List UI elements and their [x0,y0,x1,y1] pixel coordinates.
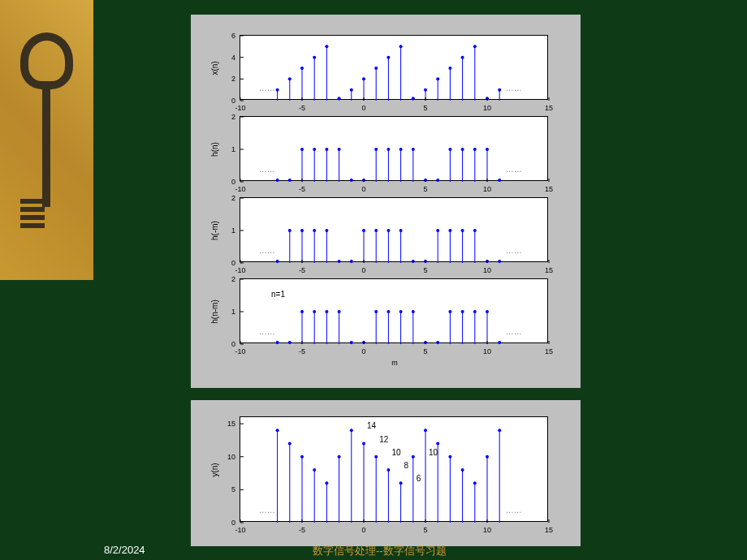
svg-point-90 [448,148,451,151]
svg-point-186 [313,310,316,313]
svg-point-263 [412,455,415,459]
svg-point-180 [276,341,279,344]
svg-point-182 [288,341,291,344]
svg-point-184 [300,310,304,313]
svg-text:……: …… [259,246,275,255]
svg-point-94 [473,148,477,151]
svg-text:1: 1 [231,145,235,153]
svg-text:m: m [391,359,398,367]
svg-text:……: …… [506,246,522,255]
svg-point-1 [276,88,279,92]
svg-point-149 [448,229,451,232]
svg-text:h(n-m): h(n-m) [210,299,219,323]
svg-point-190 [338,310,341,313]
footer-date: 8/2/2024 [104,544,145,556]
svg-point-37 [498,88,501,92]
svg-point-64 [288,179,291,182]
svg-text:1: 1 [231,226,235,235]
axes-h-n-minus-m: -10-5051015012h(n-m)mn=1………… [240,278,548,343]
svg-text:10: 10 [227,453,235,461]
svg-point-135 [362,229,365,232]
svg-point-125 [300,229,304,232]
svg-point-133 [350,260,353,263]
svg-text:10: 10 [483,266,491,274]
svg-text:h(-m): h(-m) [210,221,219,240]
svg-point-214 [486,310,489,313]
svg-point-157 [498,260,501,263]
svg-point-78 [374,148,378,151]
svg-point-206 [436,341,439,344]
svg-point-121 [276,260,279,263]
svg-text:15: 15 [545,347,553,355]
svg-point-151 [461,229,464,232]
svg-text:-5: -5 [299,526,305,534]
key-icon [20,32,73,207]
svg-point-196 [374,310,378,313]
svg-point-188 [325,310,328,313]
svg-text:……: …… [506,84,522,93]
svg-point-198 [386,310,390,313]
svg-point-62 [276,179,279,182]
svg-text:10: 10 [483,526,491,534]
svg-text:-10: -10 [235,526,245,534]
svg-text:x(n): x(n) [210,61,219,75]
svg-text:0: 0 [231,259,235,267]
svg-point-92 [461,148,464,151]
svg-text:……: …… [259,84,275,93]
svg-text:15: 15 [545,104,553,112]
svg-point-245 [300,455,304,459]
svg-text:0: 0 [231,519,235,527]
svg-point-17 [374,67,378,70]
svg-point-241 [276,429,279,432]
svg-point-137 [374,229,378,232]
svg-text:15: 15 [545,526,553,534]
svg-text:6: 6 [231,32,235,40]
svg-point-139 [386,229,390,232]
svg-point-253 [350,429,353,432]
svg-text:0: 0 [231,97,235,105]
sidebar-decorative-image [0,0,93,280]
svg-text:10: 10 [483,185,491,193]
svg-text:2: 2 [231,275,235,283]
svg-point-96 [486,148,489,151]
svg-point-80 [386,148,390,151]
svg-text:-5: -5 [299,266,305,274]
svg-point-15 [362,77,365,80]
svg-text:2: 2 [231,113,235,121]
svg-point-19 [386,56,390,59]
svg-point-202 [412,310,415,313]
footer-title: 数字信号处理--数字信号习题 [313,544,447,558]
svg-text:5: 5 [423,266,427,274]
svg-point-273 [473,481,477,485]
svg-text:0: 0 [361,266,365,274]
svg-text:5: 5 [231,485,235,493]
svg-text:0: 0 [361,185,365,193]
svg-point-261 [399,481,403,485]
svg-text:10: 10 [483,104,491,112]
svg-text:……: …… [506,165,522,174]
svg-text:n=1: n=1 [271,290,285,299]
svg-point-31 [461,56,464,59]
axes-xn: -10-50510150246x(n)………… [240,35,548,100]
svg-point-265 [424,429,427,432]
bottom-figure-panel: -10-5051015051015y(n)…………1412108610 [191,400,581,546]
svg-point-5 [300,67,304,70]
svg-text:……: …… [259,506,275,515]
svg-text:……: …… [506,506,522,515]
svg-text:5: 5 [423,185,427,193]
svg-point-3 [288,77,291,80]
top-figure-panel: -10-50510150246x(n)………… -10-5051015012h(… [191,15,581,388]
svg-text:10: 10 [391,448,401,457]
svg-text:-5: -5 [299,185,305,193]
svg-point-275 [486,455,489,459]
svg-text:0: 0 [361,526,365,534]
svg-point-192 [350,341,353,344]
svg-text:0: 0 [231,340,235,348]
svg-text:15: 15 [545,266,553,274]
svg-point-210 [461,310,464,313]
svg-point-277 [498,429,501,432]
svg-point-123 [288,229,291,232]
svg-point-23 [412,97,415,100]
svg-point-257 [374,455,378,459]
svg-point-247 [313,468,316,472]
